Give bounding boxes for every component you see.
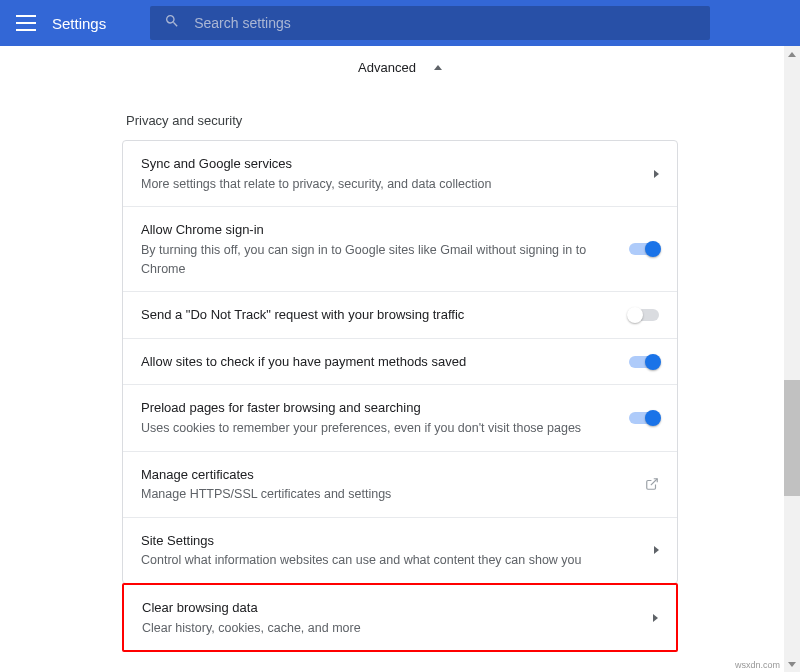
privacy-card: Sync and Google services More settings t… <box>122 140 678 584</box>
search-box[interactable] <box>150 6 710 40</box>
clear-browsing-data-row[interactable]: Clear browsing data Clear history, cooki… <box>124 585 676 650</box>
content: Advanced Privacy and security Sync and G… <box>0 46 800 672</box>
site-settings-row[interactable]: Site Settings Control what information w… <box>123 518 677 583</box>
manage-certificates-row[interactable]: Manage certificates Manage HTTPS/SSL cer… <box>123 452 677 518</box>
search-icon <box>164 13 180 33</box>
row-sub: Manage HTTPS/SSL certificates and settin… <box>141 485 627 504</box>
scroll-thumb[interactable] <box>784 380 800 496</box>
toggle-switch[interactable] <box>629 243 659 255</box>
section-title: Privacy and security <box>122 113 678 140</box>
chevron-up-icon <box>434 65 442 70</box>
chevron-right-icon <box>654 170 659 178</box>
external-link-icon <box>645 477 659 491</box>
toggle-switch[interactable] <box>629 309 659 321</box>
preload-pages-row[interactable]: Preload pages for faster browsing and se… <box>123 385 677 451</box>
payment-methods-row[interactable]: Allow sites to check if you have payment… <box>123 339 677 386</box>
row-sub: Uses cookies to remember your preference… <box>141 419 611 438</box>
sync-google-services-row[interactable]: Sync and Google services More settings t… <box>123 141 677 207</box>
watermark: wsxdn.com <box>735 660 780 670</box>
toggle-switch[interactable] <box>629 412 659 424</box>
toggle-switch[interactable] <box>629 356 659 368</box>
chevron-right-icon <box>653 614 658 622</box>
row-title: Send a "Do Not Track" request with your … <box>141 305 611 325</box>
page-title: Settings <box>52 15 106 32</box>
row-sub: More settings that relate to privacy, se… <box>141 175 636 194</box>
search-input[interactable] <box>194 15 696 31</box>
row-title: Manage certificates <box>141 465 627 485</box>
row-sub: Control what information websites can us… <box>141 551 636 570</box>
svg-line-0 <box>651 479 657 485</box>
advanced-label: Advanced <box>358 60 416 75</box>
row-title: Allow sites to check if you have payment… <box>141 352 611 372</box>
chevron-right-icon <box>654 546 659 554</box>
advanced-toggle[interactable]: Advanced <box>0 46 800 89</box>
row-title: Site Settings <box>141 531 636 551</box>
row-title: Sync and Google services <box>141 154 636 174</box>
header: Settings <box>0 0 800 46</box>
scrollbar[interactable] <box>784 46 800 672</box>
do-not-track-row[interactable]: Send a "Do Not Track" request with your … <box>123 292 677 339</box>
privacy-section: Privacy and security Sync and Google ser… <box>122 113 678 652</box>
clear-browsing-data-card: Clear browsing data Clear history, cooki… <box>122 583 678 652</box>
row-title: Clear browsing data <box>142 598 635 618</box>
menu-icon[interactable] <box>16 15 36 31</box>
row-title: Allow Chrome sign-in <box>141 220 611 240</box>
allow-chrome-signin-row[interactable]: Allow Chrome sign-in By turning this off… <box>123 207 677 292</box>
row-sub: By turning this off, you can sign in to … <box>141 241 611 279</box>
row-sub: Clear history, cookies, cache, and more <box>142 619 635 638</box>
scroll-up-icon[interactable] <box>784 46 800 62</box>
scroll-down-icon[interactable] <box>784 656 800 672</box>
row-title: Preload pages for faster browsing and se… <box>141 398 611 418</box>
